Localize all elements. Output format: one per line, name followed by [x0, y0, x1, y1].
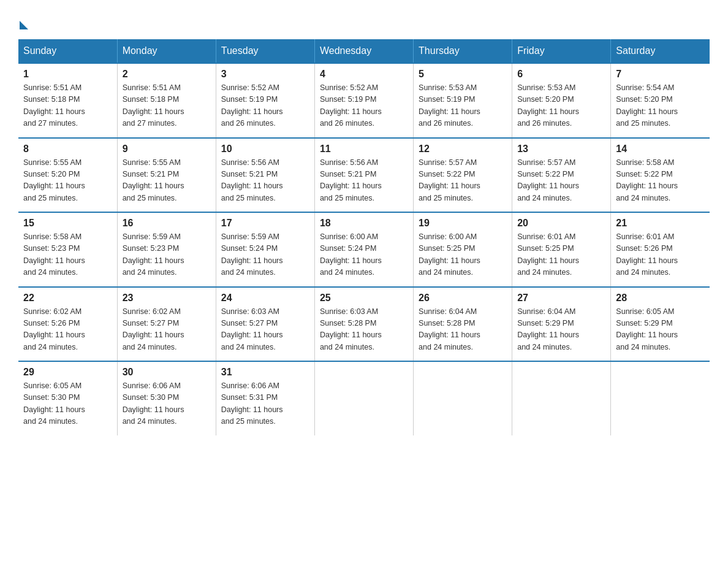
day-number: 15 — [23, 218, 112, 229]
day-info: Sunrise: 6:05 AMSunset: 5:30 PMDaylight:… — [23, 380, 112, 428]
calendar-cell: 15Sunrise: 5:58 AMSunset: 5:23 PMDayligh… — [18, 212, 117, 287]
calendar-cell: 5Sunrise: 5:53 AMSunset: 5:19 PMDaylight… — [414, 63, 512, 138]
day-info: Sunrise: 6:06 AMSunset: 5:30 PMDaylight:… — [123, 380, 211, 428]
logo — [18, 18, 28, 27]
column-header-sunday: Sunday — [18, 39, 117, 63]
calendar-cell: 23Sunrise: 6:02 AMSunset: 5:27 PMDayligh… — [117, 287, 216, 362]
calendar-cell: 2Sunrise: 5:51 AMSunset: 5:18 PMDaylight… — [117, 63, 216, 138]
day-info: Sunrise: 5:59 AMSunset: 5:24 PMDaylight:… — [221, 231, 309, 279]
calendar-cell: 19Sunrise: 6:00 AMSunset: 5:25 PMDayligh… — [414, 212, 512, 287]
day-info: Sunrise: 6:00 AMSunset: 5:25 PMDaylight:… — [419, 231, 507, 279]
day-number: 7 — [616, 69, 705, 80]
calendar-cell: 12Sunrise: 5:57 AMSunset: 5:22 PMDayligh… — [414, 138, 512, 213]
day-info: Sunrise: 5:58 AMSunset: 5:23 PMDaylight:… — [23, 231, 112, 279]
day-number: 31 — [221, 367, 309, 378]
calendar-cell: 3Sunrise: 5:52 AMSunset: 5:19 PMDaylight… — [216, 63, 314, 138]
day-number: 21 — [616, 218, 705, 229]
column-header-wednesday: Wednesday — [314, 39, 413, 63]
day-info: Sunrise: 5:54 AMSunset: 5:20 PMDaylight:… — [616, 82, 705, 130]
calendar-cell: 20Sunrise: 6:01 AMSunset: 5:25 PMDayligh… — [512, 212, 611, 287]
day-info: Sunrise: 6:01 AMSunset: 5:25 PMDaylight:… — [517, 231, 605, 279]
day-info: Sunrise: 6:05 AMSunset: 5:29 PMDaylight:… — [616, 306, 705, 354]
day-number: 11 — [320, 144, 408, 155]
day-info: Sunrise: 5:52 AMSunset: 5:19 PMDaylight:… — [320, 82, 408, 130]
day-number: 12 — [419, 144, 507, 155]
calendar-cell: 28Sunrise: 6:05 AMSunset: 5:29 PMDayligh… — [611, 287, 710, 362]
calendar-cell: 8Sunrise: 5:55 AMSunset: 5:20 PMDaylight… — [18, 138, 117, 213]
day-info: Sunrise: 6:02 AMSunset: 5:26 PMDaylight:… — [23, 306, 112, 354]
day-number: 4 — [320, 69, 408, 80]
calendar-week-row: 29Sunrise: 6:05 AMSunset: 5:30 PMDayligh… — [18, 361, 710, 435]
day-number: 20 — [517, 218, 605, 229]
calendar-cell — [314, 361, 413, 435]
day-number: 10 — [221, 144, 309, 155]
calendar-cell: 24Sunrise: 6:03 AMSunset: 5:27 PMDayligh… — [216, 287, 314, 362]
logo-top — [18, 18, 28, 29]
calendar-cell: 11Sunrise: 5:56 AMSunset: 5:21 PMDayligh… — [314, 138, 413, 213]
calendar-cell: 17Sunrise: 5:59 AMSunset: 5:24 PMDayligh… — [216, 212, 314, 287]
day-number: 5 — [419, 69, 507, 80]
calendar-cell: 4Sunrise: 5:52 AMSunset: 5:19 PMDaylight… — [314, 63, 413, 138]
calendar-week-row: 22Sunrise: 6:02 AMSunset: 5:26 PMDayligh… — [18, 287, 710, 362]
day-info: Sunrise: 6:03 AMSunset: 5:28 PMDaylight:… — [320, 306, 408, 354]
calendar-cell: 7Sunrise: 5:54 AMSunset: 5:20 PMDaylight… — [611, 63, 710, 138]
calendar-week-row: 1Sunrise: 5:51 AMSunset: 5:18 PMDaylight… — [18, 63, 710, 138]
day-info: Sunrise: 5:52 AMSunset: 5:19 PMDaylight:… — [221, 82, 309, 130]
calendar-cell: 30Sunrise: 6:06 AMSunset: 5:30 PMDayligh… — [117, 361, 216, 435]
day-number: 1 — [23, 69, 112, 80]
calendar-cell: 6Sunrise: 5:53 AMSunset: 5:20 PMDaylight… — [512, 63, 611, 138]
calendar-cell: 1Sunrise: 5:51 AMSunset: 5:18 PMDaylight… — [18, 63, 117, 138]
calendar-cell: 25Sunrise: 6:03 AMSunset: 5:28 PMDayligh… — [314, 287, 413, 362]
calendar-cell: 29Sunrise: 6:05 AMSunset: 5:30 PMDayligh… — [18, 361, 117, 435]
calendar-cell: 21Sunrise: 6:01 AMSunset: 5:26 PMDayligh… — [611, 212, 710, 287]
calendar-table: SundayMondayTuesdayWednesdayThursdayFrid… — [18, 39, 710, 435]
calendar-cell: 14Sunrise: 5:58 AMSunset: 5:22 PMDayligh… — [611, 138, 710, 213]
column-header-thursday: Thursday — [414, 39, 512, 63]
calendar-cell: 26Sunrise: 6:04 AMSunset: 5:28 PMDayligh… — [414, 287, 512, 362]
day-number: 9 — [123, 144, 211, 155]
page-header — [18, 18, 710, 27]
day-info: Sunrise: 6:04 AMSunset: 5:28 PMDaylight:… — [419, 306, 507, 354]
day-number: 2 — [123, 69, 211, 80]
day-info: Sunrise: 5:56 AMSunset: 5:21 PMDaylight:… — [221, 157, 309, 205]
day-number: 16 — [123, 218, 211, 229]
calendar-cell — [414, 361, 512, 435]
day-number: 28 — [616, 293, 705, 304]
day-info: Sunrise: 6:01 AMSunset: 5:26 PMDaylight:… — [616, 231, 705, 279]
day-number: 19 — [419, 218, 507, 229]
day-number: 30 — [123, 367, 211, 378]
day-number: 25 — [320, 293, 408, 304]
day-info: Sunrise: 5:55 AMSunset: 5:21 PMDaylight:… — [123, 157, 211, 205]
calendar-cell: 9Sunrise: 5:55 AMSunset: 5:21 PMDaylight… — [117, 138, 216, 213]
column-header-saturday: Saturday — [611, 39, 710, 63]
day-info: Sunrise: 5:55 AMSunset: 5:20 PMDaylight:… — [23, 157, 112, 205]
day-info: Sunrise: 6:06 AMSunset: 5:31 PMDaylight:… — [221, 380, 309, 428]
calendar-cell: 31Sunrise: 6:06 AMSunset: 5:31 PMDayligh… — [216, 361, 314, 435]
day-number: 27 — [517, 293, 605, 304]
calendar-cell: 18Sunrise: 6:00 AMSunset: 5:24 PMDayligh… — [314, 212, 413, 287]
calendar-cell: 16Sunrise: 5:59 AMSunset: 5:23 PMDayligh… — [117, 212, 216, 287]
day-info: Sunrise: 5:59 AMSunset: 5:23 PMDaylight:… — [123, 231, 211, 279]
day-info: Sunrise: 5:51 AMSunset: 5:18 PMDaylight:… — [23, 82, 112, 130]
day-number: 26 — [419, 293, 507, 304]
day-number: 18 — [320, 218, 408, 229]
day-number: 23 — [123, 293, 211, 304]
calendar-header-row: SundayMondayTuesdayWednesdayThursdayFrid… — [18, 39, 710, 63]
day-number: 29 — [23, 367, 112, 378]
day-info: Sunrise: 6:03 AMSunset: 5:27 PMDaylight:… — [221, 306, 309, 354]
column-header-tuesday: Tuesday — [216, 39, 314, 63]
day-number: 3 — [221, 69, 309, 80]
calendar-cell — [611, 361, 710, 435]
day-info: Sunrise: 6:02 AMSunset: 5:27 PMDaylight:… — [123, 306, 211, 354]
calendar-week-row: 8Sunrise: 5:55 AMSunset: 5:20 PMDaylight… — [18, 138, 710, 213]
column-header-friday: Friday — [512, 39, 611, 63]
day-number: 22 — [23, 293, 112, 304]
logo-arrow-icon — [20, 21, 28, 29]
day-info: Sunrise: 5:58 AMSunset: 5:22 PMDaylight:… — [616, 157, 705, 205]
calendar-week-row: 15Sunrise: 5:58 AMSunset: 5:23 PMDayligh… — [18, 212, 710, 287]
day-number: 8 — [23, 144, 112, 155]
calendar-cell: 10Sunrise: 5:56 AMSunset: 5:21 PMDayligh… — [216, 138, 314, 213]
day-info: Sunrise: 5:57 AMSunset: 5:22 PMDaylight:… — [419, 157, 507, 205]
day-info: Sunrise: 5:51 AMSunset: 5:18 PMDaylight:… — [123, 82, 211, 130]
day-info: Sunrise: 5:53 AMSunset: 5:19 PMDaylight:… — [419, 82, 507, 130]
